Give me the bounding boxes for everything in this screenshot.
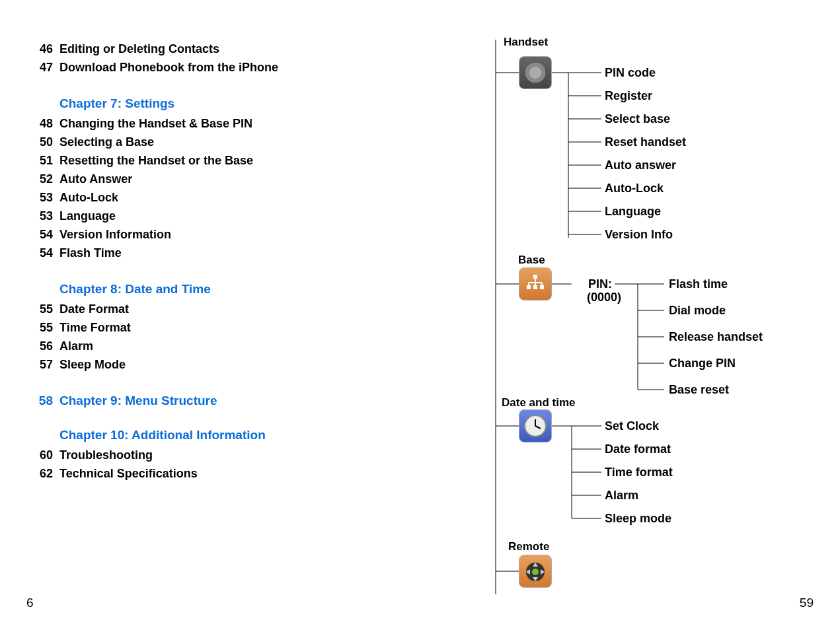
menu-item: Register	[605, 89, 652, 102]
chapter-9-heading: 58 Chapter 9: Menu Structure	[26, 394, 397, 408]
left-page-number: 6	[26, 596, 34, 610]
toc-title: Language	[59, 207, 397, 225]
menu-item: Base reset	[669, 383, 729, 396]
toc-item: 55Time Format	[26, 318, 397, 337]
menu-item: Set Clock	[605, 419, 660, 433]
toc-item: 56Alarm	[26, 337, 397, 355]
chapter-7-heading: Chapter 7: Settings	[59, 96, 397, 111]
toc-title: Resetting the Handset or the Base	[59, 151, 397, 170]
network-icon	[519, 267, 552, 300]
svg-rect-32	[533, 285, 537, 289]
svg-rect-33	[540, 285, 544, 289]
toc-item: 57Sleep Mode	[26, 355, 397, 374]
menu-item: Release handset	[669, 330, 763, 343]
right-page-number: 59	[800, 596, 814, 610]
toc-title: Download Phonebook from the iPhone	[59, 58, 397, 77]
base-section-label: Base	[515, 254, 548, 267]
menu-item: Auto-Lock	[605, 182, 664, 195]
toc-page: 50	[26, 133, 53, 151]
base-pin-label: PIN:	[588, 277, 612, 291]
toc-title: Technical Specifications	[59, 464, 397, 483]
toc-page: 46	[26, 40, 53, 58]
handset-section-label: Handset	[501, 36, 551, 49]
menu-item: Version Info	[605, 228, 673, 241]
toc-page: 58	[26, 394, 53, 408]
toc-page: 51	[26, 151, 53, 170]
svg-rect-31	[527, 285, 531, 289]
toc-page: 53	[26, 207, 53, 225]
menu-item: Flash time	[669, 277, 728, 291]
toc-title: Editing or Deleting Contacts	[59, 40, 397, 58]
dpad-icon	[519, 555, 552, 588]
toc-item: 47 Download Phonebook from the iPhone	[26, 58, 397, 77]
toc-item: 55Date Format	[26, 300, 397, 318]
toc-title: Date Format	[59, 300, 397, 318]
toc-page: 54	[26, 244, 53, 262]
toc-page: 57	[26, 355, 53, 374]
toc-page: 60	[26, 446, 53, 464]
menu-item: Time format	[605, 466, 673, 479]
toc-title: Auto Answer	[59, 170, 397, 188]
toc-item: 48Changing the Handset & Base PIN	[26, 114, 397, 133]
toc-page: 56	[26, 337, 53, 355]
base-pin-value: (0000)	[587, 291, 621, 304]
svg-point-43	[532, 569, 539, 575]
chapter-title: Chapter 9: Menu Structure	[59, 394, 397, 408]
toc-item: 54Flash Time	[26, 244, 397, 262]
toc-page: 55	[26, 318, 53, 337]
remote-section-label: Remote	[506, 540, 552, 553]
menu-item: PIN code	[605, 66, 656, 79]
toc-item: 54Version Information	[26, 225, 397, 244]
svg-rect-30	[533, 275, 537, 279]
menu-item: Language	[605, 205, 661, 218]
toc-title: Changing the Handset & Base PIN	[59, 114, 397, 133]
toc-item: 62Technical Specifications	[26, 464, 397, 483]
toc-page: 54	[26, 225, 53, 244]
toc-title: Troubleshooting	[59, 446, 397, 464]
toc-page: 48	[26, 114, 53, 133]
toc-item: 52Auto Answer	[26, 170, 397, 188]
toc-item: 46 Editing or Deleting Contacts	[26, 40, 397, 58]
menu-item: Alarm	[605, 489, 638, 502]
toc-page: 47	[26, 58, 53, 77]
menu-item: Auto answer	[605, 158, 676, 172]
toc-item: 53Auto-Lock	[26, 188, 397, 207]
menu-item: Select base	[605, 112, 670, 125]
toc-title: Sleep Mode	[59, 355, 397, 374]
chapter-10-heading: Chapter 10: Additional Information	[59, 428, 397, 442]
gear-icon	[519, 56, 552, 89]
toc-item: 50Selecting a Base	[26, 133, 397, 151]
left-page: 46 Editing or Deleting Contacts 47 Downl…	[26, 40, 397, 483]
toc-title: Selecting a Base	[59, 133, 397, 151]
toc-item: 60Troubleshooting	[26, 446, 397, 464]
toc-title: Version Information	[59, 225, 397, 244]
toc-title: Time Format	[59, 318, 397, 337]
menu-item: Sleep mode	[605, 512, 671, 525]
toc-title: Auto-Lock	[59, 188, 397, 207]
toc-page: 52	[26, 170, 53, 188]
toc-page: 53	[26, 188, 53, 207]
toc-page: 62	[26, 464, 53, 483]
datetime-section-label: Date and time	[499, 396, 578, 409]
menu-tree-svg: PIN code Register Select base Reset hand…	[476, 40, 806, 594]
toc-page: 55	[26, 300, 53, 318]
chapter-8-heading: Chapter 8: Date and Time	[59, 282, 397, 297]
menu-item: Date format	[605, 442, 671, 456]
menu-item: Change PIN	[669, 357, 736, 370]
menu-item: Dial mode	[669, 304, 726, 317]
toc-item: 53Language	[26, 207, 397, 225]
clock-icon	[519, 409, 552, 442]
menu-item: Reset handset	[605, 135, 686, 149]
toc-title: Flash Time	[59, 244, 397, 262]
menu-structure-panel: PIN code Register Select base Reset hand…	[476, 40, 806, 594]
toc-title: Alarm	[59, 337, 397, 355]
toc-item: 51Resetting the Handset or the Base	[26, 151, 397, 170]
